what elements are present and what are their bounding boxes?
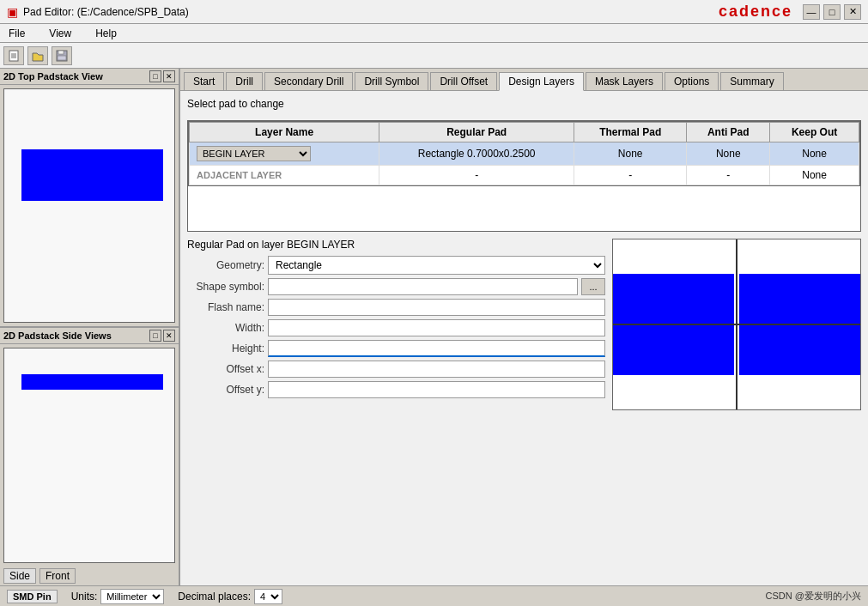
- row2-thermal-pad[interactable]: -: [574, 166, 687, 185]
- units-label: Units:: [71, 591, 98, 603]
- open-button[interactable]: [27, 46, 48, 65]
- tab-drill-offset[interactable]: Drill Offset: [430, 72, 497, 90]
- decimal-label: Decimal places:: [178, 591, 251, 603]
- flash-name-input[interactable]: [268, 299, 605, 316]
- menu-help[interactable]: Help: [90, 26, 122, 41]
- row2-layer-name[interactable]: ADJACENT LAYER: [190, 166, 379, 185]
- minimize-button[interactable]: —: [803, 4, 820, 20]
- tab-design-layers[interactable]: Design Layers: [499, 72, 584, 91]
- app-icon: ▣: [7, 5, 18, 19]
- tab-summary[interactable]: Summary: [720, 72, 783, 90]
- form-row-height: Height: 0.2500: [187, 340, 605, 357]
- form-row-geometry: Geometry: Rectangle Circle Oblong Square…: [187, 256, 605, 275]
- layer-table: Layer Name Regular Pad Thermal Pad Anti …: [188, 121, 860, 186]
- new-icon: [8, 50, 20, 62]
- offset-y-input[interactable]: 0.0000: [268, 381, 605, 398]
- units-item: Units: Millimeter Inch Mil: [71, 589, 165, 604]
- svg-rect-6: [58, 56, 66, 60]
- offset-x-label: Offset x:: [187, 363, 264, 375]
- tab-drill[interactable]: Drill: [226, 72, 263, 90]
- top-padstack-view-title: 2D Top Padstack View: [3, 71, 103, 82]
- row1-anti-pad[interactable]: None: [687, 142, 770, 166]
- content-area: Select pad to change Layer Name Regular …: [180, 91, 868, 585]
- smd-pin-badge: SMD Pin: [7, 590, 58, 603]
- pad-preview-canvas: [612, 239, 861, 410]
- row2-keep-out[interactable]: None: [770, 166, 859, 185]
- main-layout: 2D Top Padstack View □ ✕ 2D Padstack Sid…: [0, 69, 868, 585]
- row1-thermal-pad[interactable]: None: [574, 142, 687, 166]
- title-bar: ▣ Pad Editor: (E:/Cadence/SPB_Data) cade…: [0, 0, 868, 24]
- side-padstack-view: [3, 348, 175, 563]
- browse-button[interactable]: ...: [581, 278, 605, 295]
- width-label: Width:: [187, 322, 264, 334]
- side-view-restore-button[interactable]: □: [149, 330, 161, 342]
- row1-regular-pad[interactable]: Rectangle 0.7000x0.2500: [379, 142, 574, 166]
- col-regular-pad: Regular Pad: [379, 123, 574, 142]
- form-panel: Regular Pad on layer BEGIN LAYER Geometr…: [187, 239, 605, 410]
- tab-mask-layers[interactable]: Mask Layers: [586, 72, 663, 90]
- tab-secondary-drill[interactable]: Secondary Drill: [264, 72, 353, 90]
- top-view-close-button[interactable]: ✕: [163, 70, 175, 82]
- form-title: Regular Pad on layer BEGIN LAYER: [187, 239, 605, 251]
- form-row-offset-y: Offset y: 0.0000: [187, 381, 605, 398]
- bottom-area: Regular Pad on layer BEGIN LAYER Geometr…: [187, 239, 861, 410]
- watermark: CSDN @爱发明的小兴: [766, 590, 861, 603]
- menu-view[interactable]: View: [44, 26, 76, 41]
- top-padstack-view: [3, 88, 175, 323]
- tabs: Start Drill Secondary Drill Drill Symbol…: [180, 69, 868, 91]
- shape-symbol-label: Shape symbol:: [187, 281, 264, 293]
- layer-table-wrapper: Layer Name Regular Pad Thermal Pad Anti …: [187, 120, 861, 232]
- top-padstack-view-header: 2D Top Padstack View □ ✕: [0, 69, 179, 85]
- left-panel: 2D Top Padstack View □ ✕ 2D Padstack Sid…: [0, 69, 180, 585]
- new-button[interactable]: [3, 46, 24, 65]
- close-button[interactable]: ✕: [844, 4, 861, 20]
- preview-crosshair-h: [613, 324, 860, 325]
- col-thermal-pad: Thermal Pad: [574, 123, 687, 142]
- col-keep-out: Keep Out: [770, 123, 859, 142]
- form-row-flash-name: Flash name:: [187, 299, 605, 316]
- form-row-offset-x: Offset x: 0.0000: [187, 361, 605, 378]
- top-pad-rect: [21, 149, 163, 201]
- tab-side[interactable]: Side: [3, 568, 36, 584]
- geometry-label: Geometry:: [187, 259, 264, 271]
- table-row[interactable]: BEGIN LAYER END LAYER DEFAULT INTERNAL R…: [190, 142, 859, 166]
- row2-anti-pad[interactable]: -: [687, 166, 770, 185]
- row1-layer-name[interactable]: BEGIN LAYER END LAYER DEFAULT INTERNAL: [190, 142, 379, 166]
- table-row[interactable]: ADJACENT LAYER - - - None: [190, 166, 859, 185]
- status-bar: SMD Pin Units: Millimeter Inch Mil Decim…: [0, 585, 868, 606]
- tab-start[interactable]: Start: [184, 72, 224, 90]
- side-pad-rect: [21, 374, 163, 390]
- side-view-close-button[interactable]: ✕: [163, 330, 175, 342]
- select-pad-label: Select pad to change: [187, 98, 861, 110]
- save-button[interactable]: [52, 46, 72, 65]
- width-input[interactable]: 0.7000: [268, 319, 605, 336]
- open-icon: [32, 50, 44, 62]
- col-layer-name: Layer Name: [190, 123, 379, 142]
- flash-name-label: Flash name:: [187, 301, 264, 313]
- geometry-select[interactable]: Rectangle Circle Oblong Square Octagon S…: [268, 256, 605, 275]
- units-select[interactable]: Millimeter Inch Mil: [100, 589, 164, 604]
- side-padstack-view-header: 2D Padstack Side Views □ ✕: [0, 328, 179, 344]
- tab-options[interactable]: Options: [665, 72, 719, 90]
- row2-regular-pad[interactable]: -: [379, 166, 574, 185]
- shape-symbol-input[interactable]: [268, 278, 578, 295]
- menu-file[interactable]: File: [3, 26, 30, 41]
- form-row-shape-symbol: Shape symbol: ...: [187, 278, 605, 295]
- tab-drill-symbol[interactable]: Drill Symbol: [355, 72, 428, 90]
- decimal-select[interactable]: 4 3 5: [254, 589, 282, 604]
- side-padstack-view-title: 2D Padstack Side Views: [3, 330, 112, 341]
- form-row-width: Width: 0.7000: [187, 319, 605, 336]
- row1-keep-out[interactable]: None: [770, 142, 859, 166]
- toolbar: [0, 43, 868, 69]
- svg-rect-5: [58, 51, 64, 54]
- top-view-restore-button[interactable]: □: [149, 70, 161, 82]
- cadence-logo: cadence: [719, 3, 792, 21]
- begin-layer-select[interactable]: BEGIN LAYER END LAYER DEFAULT INTERNAL: [197, 146, 311, 161]
- col-anti-pad: Anti Pad: [687, 123, 770, 142]
- tab-front[interactable]: Front: [39, 568, 76, 584]
- save-icon: [56, 50, 68, 62]
- height-input[interactable]: 0.2500: [268, 340, 605, 357]
- right-panel: Start Drill Secondary Drill Drill Symbol…: [180, 69, 868, 585]
- maximize-button[interactable]: □: [823, 4, 841, 20]
- offset-x-input[interactable]: 0.0000: [268, 361, 605, 378]
